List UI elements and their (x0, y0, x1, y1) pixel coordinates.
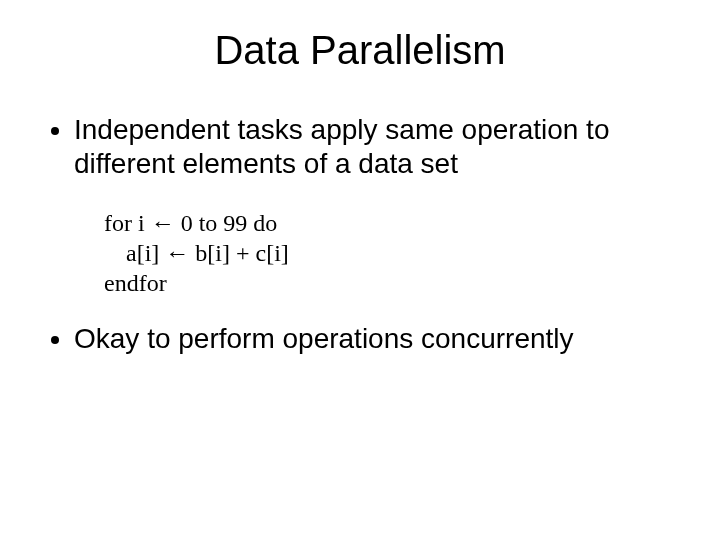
slide: Data Parallelism Independent tasks apply… (0, 0, 720, 540)
bullet-list: Independent tasks apply same operation t… (40, 113, 680, 180)
code-block: for i ← 0 to 99 do a[i] ← b[i] + c[i] en… (104, 208, 680, 298)
bullet-item: Independent tasks apply same operation t… (74, 113, 680, 180)
code-line: for i ← 0 to 99 do (104, 208, 680, 238)
code-line: a[i] ← b[i] + c[i] (104, 238, 680, 268)
slide-title: Data Parallelism (40, 28, 680, 73)
bullet-item: Okay to perform operations concurrently (74, 322, 680, 356)
code-line: endfor (104, 268, 680, 298)
bullet-list: Okay to perform operations concurrently (40, 322, 680, 356)
